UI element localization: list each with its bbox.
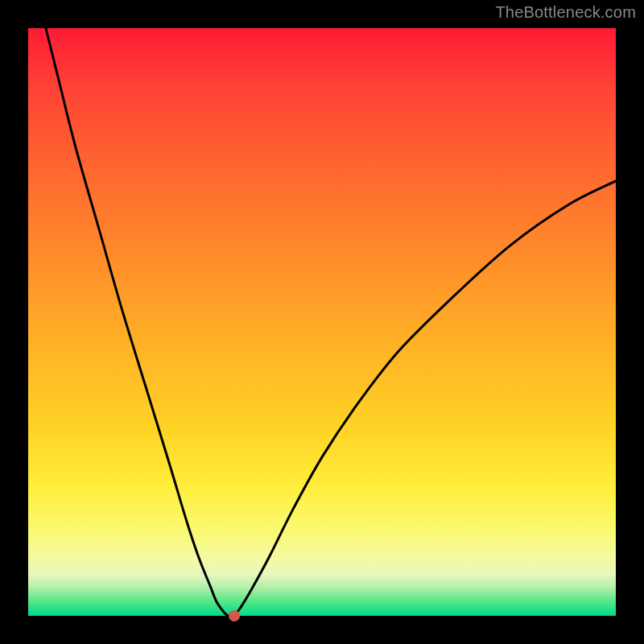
- marker-dot: [229, 610, 240, 621]
- curve-layer: [28, 28, 616, 616]
- curve-left-branch: [46, 28, 228, 616]
- plot-area: [28, 28, 616, 616]
- curve-right-branch: [234, 181, 617, 616]
- attribution-label: TheBottleneck.com: [495, 3, 636, 22]
- chart-container: TheBottleneck.com: [0, 0, 644, 644]
